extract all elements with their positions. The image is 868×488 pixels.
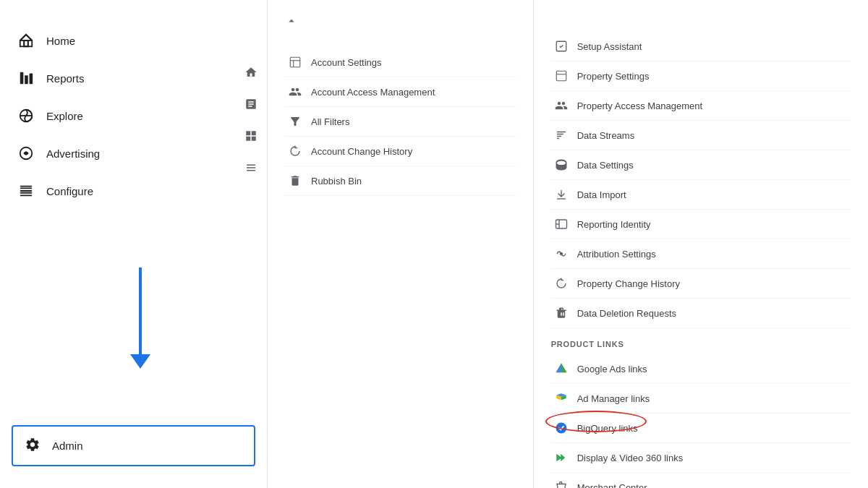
svg-rect-0 [20,40,33,46]
sidebar-item-reports-label: Reports [46,72,85,85]
display-video-label: Display & Video 360 links [577,453,683,463]
reporting-identity-label: Reporting Identity [577,219,651,230]
attribution-settings-item[interactable]: Attribution Settings [551,239,851,269]
property-access-item[interactable]: Property Access Management [551,91,851,121]
merchant-center-icon [554,480,569,488]
data-deletion-item[interactable]: Data Deletion Requests [551,299,851,328]
configure-icon [17,182,35,200]
account-settings-icon [288,55,302,69]
svg-rect-15 [556,71,566,81]
sidebar-item-advertising[interactable]: Advertising [0,134,255,172]
ad-manager-item[interactable]: Ad Manager links [551,384,851,414]
advertising-icon [17,145,35,162]
svg-rect-8 [20,190,33,192]
mini-list-icon [242,159,260,176]
data-deletion-icon [554,306,569,320]
property-access-label: Property Access Management [577,100,702,111]
svg-rect-7 [20,187,33,189]
svg-rect-9 [20,192,33,194]
bigquery-icon [554,421,569,435]
property-settings-icon [554,69,569,83]
account-access-label: Account Access Management [311,87,435,98]
admin-button[interactable]: Admin [12,425,255,466]
svg-rect-2 [25,75,28,84]
svg-rect-6 [20,186,33,187]
sidebar-item-configure[interactable]: Configure [0,172,255,210]
all-filters-label: All Filters [311,116,349,127]
filters-icon [288,114,302,129]
property-column-header [551,14,851,20]
arrow-shaft [139,267,142,354]
data-import-icon [554,187,569,202]
sidebar-bottom: Admin [0,418,267,474]
mini-grid-icon [242,127,260,145]
account-change-history-label: Account Change History [311,146,412,157]
bigquery-item[interactable]: BigQuery links [551,414,851,443]
scroll-up-icon[interactable] [285,14,298,30]
sidebar-item-reports[interactable]: Reports [0,59,255,97]
svg-point-18 [560,253,562,255]
setup-assistant-label: Setup Assistant [577,41,642,52]
ad-manager-label: Ad Manager links [577,393,650,404]
property-access-icon [554,98,569,113]
sidebar: Home Reports Ex [0,0,268,488]
account-column-header [285,14,516,36]
account-access-item[interactable]: Account Access Management [285,77,516,107]
account-settings-item[interactable]: Account Settings [285,48,516,77]
attribution-settings-icon [554,247,569,261]
data-streams-icon [554,128,569,142]
account-access-icon [288,85,302,99]
product-links-section-label: PRODUCT LINKS [551,340,851,348]
arrow-annotation [130,267,150,369]
reporting-identity-item[interactable]: Reporting Identity [551,210,851,239]
sidebar-item-configure-label: Configure [46,185,93,197]
sidebar-item-explore[interactable]: Explore [0,97,255,134]
merchant-center-item[interactable]: Merchant Center [551,473,851,488]
mini-home-icon [242,64,260,81]
property-change-history-label: Property Change History [577,278,680,289]
ad-manager-icon [554,391,569,406]
svg-rect-10 [20,195,33,197]
all-filters-item[interactable]: All Filters [285,107,516,137]
merchant-center-label: Merchant Center [577,482,647,489]
display-video-item[interactable]: Display & Video 360 links [551,443,851,473]
data-settings-label: Data Settings [577,160,634,171]
reporting-identity-icon [554,217,569,231]
admin-gear-icon [25,437,41,455]
explore-icon [17,107,35,124]
attribution-settings-label: Attribution Settings [577,249,656,260]
google-ads-label: Google Ads links [577,364,647,374]
account-settings-label: Account Settings [311,57,382,68]
google-ads-icon [554,361,569,376]
property-change-history-item[interactable]: Property Change History [551,269,851,299]
change-history-icon [288,144,302,158]
account-column: Account Settings Account Access Manageme… [268,0,534,488]
svg-rect-3 [30,74,33,85]
data-settings-item[interactable]: Data Settings [551,150,851,180]
data-import-item[interactable]: Data Import [551,180,851,210]
data-streams-label: Data Streams [577,130,634,141]
main-content: Account Settings Account Access Manageme… [268,0,868,488]
sidebar-item-advertising-label: Advertising [46,147,100,160]
setup-assistant-item[interactable]: Setup Assistant [551,32,851,61]
arrow-head [130,354,150,369]
account-change-history-item[interactable]: Account Change History [285,137,516,166]
admin-label: Admin [52,440,83,452]
setup-assistant-icon [554,39,569,53]
property-settings-item[interactable]: Property Settings [551,61,851,91]
rubbish-bin-label: Rubbish Bin [311,176,362,187]
data-streams-item[interactable]: Data Streams [551,121,851,150]
sidebar-item-home[interactable]: Home [0,22,255,59]
property-history-icon [554,276,569,291]
data-settings-icon [554,158,569,172]
svg-rect-1 [20,72,24,85]
mini-analytics-icon [242,95,260,113]
mini-icons [235,58,267,182]
sidebar-item-explore-label: Explore [46,110,83,122]
google-ads-item[interactable]: Google Ads links [551,354,851,384]
property-column: Setup Assistant Property Settings Proper… [534,0,868,488]
trash-icon [288,174,302,188]
data-deletion-label: Data Deletion Requests [577,308,676,319]
home-icon [17,32,35,49]
rubbish-bin-item[interactable]: Rubbish Bin [285,166,516,196]
